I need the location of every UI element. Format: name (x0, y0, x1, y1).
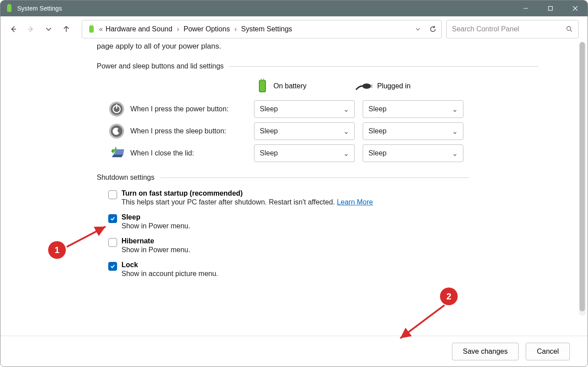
breadcrumb-overflow[interactable]: « (99, 25, 103, 33)
sleep-title: Sleep (121, 213, 190, 221)
minimize-button[interactable] (513, 0, 538, 16)
svg-rect-2 (10, 4, 11, 5)
app-icon (5, 4, 14, 13)
chevron-down-icon: ⌄ (343, 149, 349, 158)
chevron-down-icon: ⌄ (452, 149, 458, 158)
search-input[interactable]: Search Control Panel (446, 20, 579, 38)
search-placeholder: Search Control Panel (452, 25, 566, 33)
scrollbar[interactable] (579, 42, 586, 316)
lock-desc: Show in account picture menu. (121, 270, 218, 278)
power-plugged-select[interactable]: Sleep⌄ (363, 100, 463, 118)
svg-point-12 (567, 26, 571, 30)
annotation-badge-2: 2 (440, 288, 458, 305)
row-sleep-button: When I press the sleep button: Sleep⌄ Sl… (108, 122, 570, 140)
annotation-arrow-1 (62, 221, 111, 252)
back-button[interactable] (9, 25, 17, 33)
col-on-battery: On battery (256, 78, 307, 94)
section-title: Power and sleep buttons and lid settings (97, 62, 224, 70)
refresh-button[interactable] (429, 25, 437, 33)
search-icon (566, 26, 573, 33)
row-power-button: When I press the power button: Sleep⌄ Sl… (108, 100, 570, 118)
sleep-button-icon (108, 123, 125, 140)
fast-startup-row: Turn on fast startup (recommended) This … (108, 189, 570, 211)
chevron-down-icon: ⌄ (452, 105, 458, 114)
column-headers: On battery Plugged in (256, 78, 570, 94)
svg-line-13 (570, 30, 572, 32)
svg-rect-11 (92, 25, 93, 26)
annotation-arrow-2 (394, 301, 451, 345)
chevron-down-icon: ⌄ (343, 127, 349, 136)
breadcrumb-l3[interactable]: System Settings (241, 25, 292, 33)
svg-rect-19 (370, 85, 372, 86)
battery-icon (256, 78, 269, 94)
breadcrumb-dropdown[interactable] (415, 26, 421, 32)
chevron-right-icon: › (232, 25, 238, 33)
title-bar: System Settings (0, 0, 588, 16)
close-button[interactable] (563, 0, 588, 16)
lid-plugged-select[interactable]: Sleep⌄ (363, 144, 463, 162)
content-area: page apply to all of your power plans. P… (0, 42, 588, 337)
power-button-label: When I press the power button: (130, 105, 254, 113)
window-title: System Settings (17, 5, 62, 12)
up-button[interactable] (62, 25, 70, 33)
fast-startup-checkbox[interactable] (108, 190, 117, 199)
svg-rect-20 (370, 87, 372, 87)
sleep-plugged-select[interactable]: Sleep⌄ (363, 122, 463, 140)
power-button-icon (108, 101, 125, 117)
annotation-badge-1: 1 (48, 241, 66, 259)
breadcrumb-l1[interactable]: Hardware and Sound (106, 25, 172, 33)
svg-rect-9 (89, 26, 94, 33)
lock-row: Lock Show in account picture menu. (108, 261, 570, 282)
lid-battery-select[interactable]: Sleep⌄ (254, 144, 355, 162)
svg-rect-10 (90, 25, 91, 26)
svg-rect-4 (549, 7, 553, 11)
svg-rect-15 (260, 81, 265, 91)
lid-label: When I close the lid: (130, 149, 254, 157)
lock-checkbox[interactable] (108, 262, 117, 271)
save-button[interactable]: Save changes (452, 343, 519, 360)
intro-text: page apply to all of your power plans. (97, 42, 570, 51)
sleep-battery-select[interactable]: Sleep⌄ (254, 122, 355, 140)
sleep-row: Sleep Show in Power menu. (108, 213, 570, 235)
chevron-right-icon: › (175, 25, 181, 33)
fast-startup-title: Turn on fast startup (recommended) (121, 189, 373, 197)
learn-more-link[interactable]: Learn More (337, 198, 373, 206)
fast-startup-desc: This helps start your PC faster after sh… (121, 198, 373, 206)
plug-icon (355, 81, 373, 91)
svg-rect-17 (263, 79, 264, 80)
forward-button[interactable] (27, 25, 35, 33)
power-options-icon (87, 24, 96, 34)
section-power-buttons: Power and sleep buttons and lid settings (97, 62, 570, 70)
svg-line-28 (400, 305, 444, 338)
lid-icon (108, 145, 125, 162)
section-shutdown: Shutdown settings (97, 174, 570, 182)
scrollbar-thumb[interactable] (580, 42, 585, 311)
row-lid: When I close the lid: Sleep⌄ Sleep⌄ (108, 144, 570, 162)
section-title: Shutdown settings (97, 174, 155, 182)
chevron-down-icon: ⌄ (452, 127, 458, 136)
sleep-button-label: When I press the sleep button: (130, 127, 254, 135)
cancel-button[interactable]: Cancel (526, 343, 570, 360)
breadcrumb[interactable]: « Hardware and Sound › Power Options › S… (82, 20, 442, 38)
svg-rect-1 (8, 4, 9, 5)
footer: Save changes Cancel (0, 336, 588, 367)
power-battery-select[interactable]: Sleep⌄ (254, 100, 355, 118)
hibernate-title: Hibernate (121, 237, 190, 245)
nav-row: « Hardware and Sound › Power Options › S… (0, 16, 588, 42)
hibernate-row: Hibernate Show in Power menu. (108, 237, 570, 258)
sleep-desc: Show in Power menu. (121, 222, 190, 230)
svg-point-18 (362, 83, 371, 89)
maximize-button[interactable] (538, 0, 563, 16)
lock-title: Lock (121, 261, 218, 269)
breadcrumb-l2[interactable]: Power Options (183, 25, 230, 33)
col-plugged-label: Plugged in (377, 82, 411, 90)
svg-rect-0 (7, 5, 11, 12)
svg-line-27 (67, 227, 106, 247)
col-plugged-in: Plugged in (355, 81, 411, 91)
svg-rect-16 (261, 79, 262, 80)
hibernate-desc: Show in Power menu. (121, 246, 190, 254)
col-battery-label: On battery (273, 82, 307, 90)
recent-dropdown[interactable] (45, 25, 53, 33)
chevron-down-icon: ⌄ (343, 105, 349, 114)
